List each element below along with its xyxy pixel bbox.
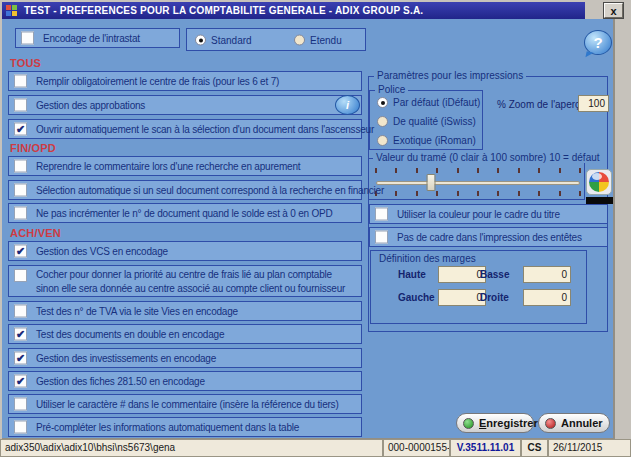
checkbox[interactable]: ✔ xyxy=(14,328,27,341)
checkbox-row[interactable]: Ne pas incrémenter le n° de document qua… xyxy=(8,203,362,223)
checkbox[interactable] xyxy=(14,398,27,411)
info-icon[interactable]: i xyxy=(335,95,360,115)
checkbox-label: Ne pas incrémenter le n° de document qua… xyxy=(36,208,333,219)
checkbox-row[interactable]: Cocher pour donner la priorité au centre… xyxy=(8,265,362,297)
checkbox-row[interactable]: ✔Gestion des investissements en encodage xyxy=(8,348,362,368)
checkbox[interactable]: ✔ xyxy=(14,245,27,258)
no-frame-checkbox[interactable] xyxy=(375,231,388,244)
slider-tick xyxy=(477,168,479,173)
save-button[interactable]: Enregistrer xyxy=(456,413,534,433)
slider-tick xyxy=(497,191,499,196)
slider-tick xyxy=(559,168,561,173)
no-frame-label: Pas de cadre dans l'impression des entêt… xyxy=(397,232,582,243)
checkbox-row[interactable]: Utiliser le caractère # dans le commenta… xyxy=(8,394,362,414)
color-title-checkbox[interactable] xyxy=(375,208,388,221)
mode-option[interactable]: Etendu xyxy=(294,34,342,45)
checkbox-label: Reprendre le commentaire lors d'une rech… xyxy=(36,161,300,172)
radio-button[interactable] xyxy=(294,34,305,45)
mode-option[interactable]: Standard xyxy=(195,34,252,45)
slider-tick xyxy=(477,191,479,196)
checkbox-row[interactable]: Reprendre le commentaire lors d'une rech… xyxy=(8,156,362,176)
checkbox-row[interactable]: ✔Ouvrir automatiquement le scan à la sél… xyxy=(8,119,362,139)
slider-tick xyxy=(518,168,520,173)
checkbox-row[interactable]: Remplir obligatoirement le centre de fra… xyxy=(8,71,362,91)
radio-button[interactable] xyxy=(377,135,388,146)
slider-tick xyxy=(457,168,459,173)
radio-label: Standard xyxy=(211,34,252,45)
checkbox[interactable] xyxy=(14,421,27,434)
checkbox[interactable] xyxy=(14,305,27,318)
slider-thumb[interactable] xyxy=(427,174,436,191)
window-title: TEST - PREFERENCES POUR LA COMPTABILITE … xyxy=(24,5,423,16)
margin-label: Basse xyxy=(480,269,509,280)
radio-label: Etendu xyxy=(310,34,342,45)
title-bar[interactable]: TEST - PREFERENCES POUR LA COMPTABILITE … xyxy=(2,2,585,19)
police-radio-group: Par défaut (iDéfaut)De qualité (iSwiss)E… xyxy=(369,90,483,150)
save-button-label: Enregistrer xyxy=(479,417,538,429)
radio-label: De qualité (iSwiss) xyxy=(393,116,476,127)
checkbox-label: Test des documents en double en encodage xyxy=(36,329,224,340)
close-button[interactable]: x xyxy=(604,3,623,18)
police-option[interactable]: Par défaut (iDéfaut) xyxy=(377,97,480,108)
slider-tick xyxy=(538,191,540,196)
checkbox-row[interactable]: Pré-compléter les informations automatiq… xyxy=(8,417,362,437)
radio-button[interactable] xyxy=(377,116,388,127)
mode-radio-group: StandardEtendu xyxy=(186,28,366,51)
color-palette-icon[interactable] xyxy=(586,169,612,195)
checkbox-label: Sélection automatique si un seul documen… xyxy=(36,185,384,196)
no-frame-row[interactable]: Pas de cadre dans l'impression des entêt… xyxy=(369,227,608,247)
margin-label: Haute xyxy=(398,269,426,280)
police-option[interactable]: De qualité (iSwiss) xyxy=(377,116,476,127)
margin-input[interactable]: 0 xyxy=(523,289,571,306)
zoom-input[interactable]: 100 xyxy=(578,95,609,112)
checkbox[interactable]: ✔ xyxy=(14,123,27,136)
checkbox[interactable] xyxy=(14,99,27,112)
checkbox-row[interactable]: ✔Gestion des fiches 281.50 en encodage xyxy=(8,371,362,391)
checkbox-label: Remplir obligatoirement le centre de fra… xyxy=(36,76,279,87)
zoom-label: % Zoom de l'aperçu xyxy=(497,99,586,110)
intrastat-label: Encodage de l'intrastat xyxy=(43,33,140,44)
checkbox-label: Utiliser le caractère # dans le commenta… xyxy=(36,399,339,410)
slider-tick xyxy=(518,191,520,196)
police-option[interactable]: Exotique (iRoman) xyxy=(377,135,476,146)
intrastat-checkbox[interactable] xyxy=(21,32,34,45)
cancel-button[interactable]: Annuler xyxy=(538,413,610,433)
slider-tick xyxy=(457,191,459,196)
margin-input[interactable]: 0 xyxy=(523,266,571,283)
radio-button[interactable] xyxy=(377,97,388,108)
checkbox-row[interactable]: ✔Gestion des VCS en encodage xyxy=(8,241,362,261)
margin-input[interactable]: 0 xyxy=(438,289,486,306)
status-version: V.3511.11.01 xyxy=(450,439,521,457)
cancel-button-label: Annuler xyxy=(561,417,603,429)
checkbox-label: Gestion des fiches 281.50 en encodage xyxy=(36,376,205,387)
checkbox-row[interactable]: Gestion des approbationsi xyxy=(8,95,362,115)
preferences-window: TEST - PREFERENCES POUR LA COMPTABILITE … xyxy=(0,0,631,457)
checkbox[interactable] xyxy=(14,75,27,88)
checkbox-row[interactable]: Test des n° de TVA via le site Vies en e… xyxy=(8,301,362,321)
color-title-row[interactable]: Utiliser la couleur pour le cadre du tit… xyxy=(369,204,608,224)
section-header: FIN/OPD xyxy=(10,142,56,154)
checkbox-label: Cocher pour donner la priorité au centre… xyxy=(36,269,332,280)
checkbox[interactable] xyxy=(14,269,27,282)
margin-input[interactable]: 0 xyxy=(438,266,486,283)
checkbox[interactable]: ✔ xyxy=(14,375,27,388)
slider-tick xyxy=(579,191,581,196)
radio-label: Exotique (iRoman) xyxy=(393,135,476,146)
status-date: 26/11/2015 xyxy=(548,439,631,457)
checkbox[interactable] xyxy=(14,207,27,220)
save-green-icon xyxy=(463,418,474,429)
radio-button[interactable] xyxy=(195,34,206,45)
intrastat-row[interactable]: Encodage de l'intrastat xyxy=(15,28,180,48)
slider-tick xyxy=(497,168,499,173)
help-icon[interactable]: ? xyxy=(584,30,612,55)
checkbox[interactable] xyxy=(14,160,27,173)
cancel-red-icon xyxy=(545,418,556,429)
checkbox[interactable] xyxy=(14,184,27,197)
checkbox-row[interactable]: Sélection automatique si un seul documen… xyxy=(8,180,362,200)
checkbox[interactable]: ✔ xyxy=(14,352,27,365)
checkbox-label: Ouvrir automatiquement le scan à la séle… xyxy=(36,124,374,135)
slider-tick xyxy=(538,168,540,173)
checkbox-label: Gestion des approbations xyxy=(36,100,145,111)
checkbox-row[interactable]: ✔Test des documents en double en encodag… xyxy=(8,324,362,344)
radio-label: Par défaut (iDéfaut) xyxy=(393,97,480,108)
